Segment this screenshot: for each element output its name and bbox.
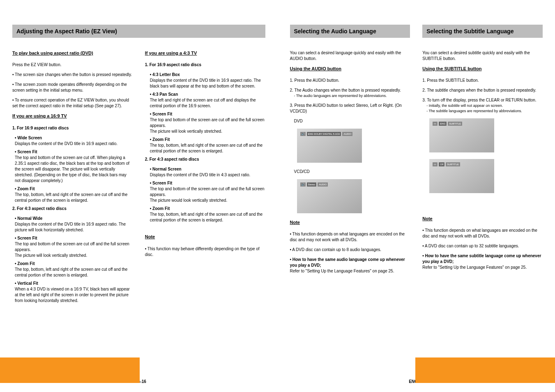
step-sub: - Initially, the subtitle will not appea… (426, 103, 543, 108)
subheading: 1. For 16:9 aspect ratio discs (12, 125, 133, 131)
right-header-row: Selecting the Audio Language Selecting t… (290, 25, 543, 38)
dvd-badge-right: AUDIO (342, 132, 352, 136)
note-item: • A DVD disc can contain up to 32 subtit… (422, 243, 543, 249)
orange-tab-right (415, 357, 555, 383)
vcd-badge-right: AUDIO (318, 182, 328, 187)
sub-badge-1: ENG (439, 122, 447, 126)
speaker-icon: 🔊 (300, 182, 306, 187)
intro: You can select a desired language quickl… (290, 50, 410, 62)
option-desc: Displays the content of the DVD title in… (15, 141, 133, 147)
step: 3. To turn off the display, press the CL… (422, 97, 543, 103)
option-desc: The picture will look vertically stretch… (15, 253, 133, 258)
option-title: • Normal Wide (15, 216, 133, 221)
orange-tab-left (0, 357, 140, 383)
option-title: • 4:3 Pan Scan (150, 92, 265, 97)
note-item: • This function depends on what language… (290, 231, 410, 243)
heading: If you are using a 16:9 TV (12, 113, 67, 119)
sub-badge-1-right: SUBTITLE (448, 122, 462, 126)
intro: You can select a desired subtitle quickl… (422, 50, 543, 62)
note-item-desc: Refer to "Setting Up the Language Featur… (290, 269, 394, 273)
option-desc: Displays the content of the DVD title in… (150, 78, 265, 89)
option-title: • Zoom Fit (150, 137, 265, 143)
subheading: 1. For 16:9 aspect ratio discs (145, 62, 265, 68)
note-heading: Note (290, 219, 300, 226)
body-text: Press the EZ VIEW button. (12, 62, 133, 68)
option-desc: The picture would look vertically stretc… (150, 198, 265, 203)
note-heading: Note (145, 234, 155, 240)
left-header-row: Adjusting the Aspect Ratio (EZ View) (12, 25, 265, 38)
label-dvd: DVD (294, 118, 410, 124)
label-vcd: VCD/CD (294, 169, 410, 175)
step: 1. Press the SUBTITLE button. (422, 78, 543, 83)
right-col-2: You can select a desired subtitle quickl… (422, 50, 543, 380)
option-title: • 4:3 Letter Box (150, 72, 265, 78)
heading: Using the AUDIO button (290, 66, 341, 72)
subtitle-preview-1: ▭ ENG SUBTITLE (429, 118, 495, 153)
option-title: • Zoom Fit (15, 186, 133, 192)
note-body: • This function may behave differently d… (145, 246, 265, 258)
option-title: • Screen Fit (150, 111, 265, 117)
step-sub: - The audio languages are represented by… (294, 93, 410, 99)
sub-badge-2: Off (439, 162, 444, 166)
left-col-1: To play back using aspect ratio (DVD) Pr… (12, 50, 133, 380)
option-title: • Wide Screen (15, 135, 133, 141)
option-title: • Normal Screen (150, 166, 265, 172)
bullet: • The screen zoom mode operates differen… (12, 82, 133, 93)
option-desc: Displays the content of the DVD title in… (15, 221, 133, 233)
option-desc: The top, bottom, left and right of the s… (15, 267, 133, 278)
bullet: • To ensure correct operation of the EZ … (12, 97, 133, 109)
speaker-icon: 🔊 (300, 132, 306, 136)
option-title: • Screen Fit (150, 180, 265, 186)
option-desc: Displays the content of the DVD title in… (150, 172, 265, 178)
left-title: Adjusting the Aspect Ratio (EZ View) (12, 25, 265, 38)
note-item: • This function depends on what language… (422, 228, 543, 239)
option-title: • Screen Fit (15, 235, 133, 241)
option-desc: The top and bottom of the screen are cut… (150, 117, 265, 129)
subtitle-icon: ▭ (433, 122, 438, 126)
option-desc: The left and right of the screen are cut… (150, 97, 265, 109)
subtitle-icon: ▭ (433, 162, 438, 166)
sub-badge-2-right: SUBTITLE (446, 162, 460, 166)
step: 3. Press the AUDIO button to select Ster… (290, 103, 410, 114)
heading: To play back using aspect ratio (DVD) (12, 50, 93, 56)
heading: Using the SUBTITLE button (422, 66, 481, 72)
option-desc: The top, bottom, left and right of the s… (150, 212, 265, 223)
note-item: • A DVD disc can contain up to 8 audio l… (290, 247, 410, 253)
note-item-title: • How to have the same subtitle language… (422, 254, 541, 264)
vcd-preview: 🔊 Stereo AUDIO (297, 179, 362, 214)
dvd-preview: 🔊 ENG DOLBY DIGITAL 5.1CH AUDIO (297, 128, 362, 163)
option-desc: The picture will look vertically stretch… (150, 129, 265, 134)
note-heading: Note (422, 216, 432, 222)
option-title: • Screen Fit (15, 149, 133, 155)
option-title: • Zoom Fit (15, 261, 133, 267)
option-title: • Zoom Fit (150, 206, 265, 212)
step: 2. The subtitle changes when the button … (422, 88, 543, 93)
subheading: 2. For 4:3 aspect ratio discs (145, 157, 265, 162)
option-title: • Vertical Fit (15, 281, 133, 286)
option-desc: When a 4:3 DVD is viewed on a 16:9 TV, b… (15, 286, 133, 304)
option-desc: The top, bottom, left and right of the s… (15, 192, 133, 203)
right-title-1: Selecting the Audio Language (290, 25, 410, 38)
subtitle-preview-2: ▭ Off SUBTITLE (429, 159, 495, 194)
option-desc: The top and bottom of the screen are cut… (15, 241, 133, 253)
heading: If you are using a 4:3 TV (145, 50, 197, 56)
right-page: Selecting the Audio Language Selecting t… (278, 0, 555, 392)
right-title-2: Selecting the Subtitle Language (422, 25, 543, 38)
step-sub: - The subtitle languages are represented… (426, 108, 543, 114)
option-desc: The top and bottom of the screen are cut… (15, 155, 133, 184)
option-desc: The top and bottom of the screen are cut… (150, 186, 265, 198)
step: 1. Press the AUDIO button. (290, 78, 410, 83)
vcd-badge: Stereo (307, 182, 317, 187)
note-item-title: • How to have the same audio language co… (290, 257, 405, 267)
step: 2. The Audio changes when the button is … (290, 88, 410, 93)
manual-spread: Adjusting the Aspect Ratio (EZ View) To … (0, 0, 555, 392)
note-item-desc: Refer to "Setting Up the Language Featur… (422, 265, 527, 270)
dvd-badge: ENG DOLBY DIGITAL 5.1CH (307, 132, 341, 136)
subheading: 2. For 4:3 aspect ratio discs (12, 206, 133, 212)
option-desc: The top, bottom, left and right of the s… (150, 143, 265, 154)
left-columns: To play back using aspect ratio (DVD) Pr… (12, 50, 265, 380)
right-columns: You can select a desired language quickl… (290, 50, 543, 380)
right-col-1: You can select a desired language quickl… (290, 50, 410, 380)
left-col-2: If you are using a 4:3 TV 1. For 16:9 as… (145, 50, 265, 380)
bullet: • The screen size changes when the butto… (12, 72, 133, 78)
